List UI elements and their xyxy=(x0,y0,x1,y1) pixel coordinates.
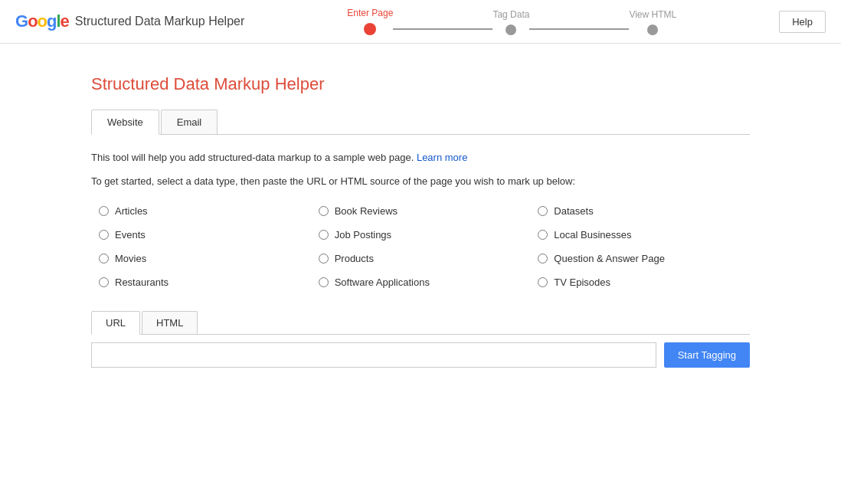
data-type-tv-episodes[interactable]: TV Episodes xyxy=(538,277,750,288)
learn-more-link[interactable]: Learn more xyxy=(417,152,467,163)
data-types-grid: Articles Book Reviews Datasets Events Jo… xyxy=(99,205,750,288)
radio-restaurants[interactable] xyxy=(99,277,109,287)
data-type-software-applications[interactable]: Software Applications xyxy=(319,277,531,288)
description-2: To get started, select a data type, then… xyxy=(91,174,750,190)
app-title: Structured Data Markup Helper xyxy=(75,15,244,28)
tab-email[interactable]: Email xyxy=(161,110,218,134)
progress-bar: Enter Page Tag Data View HTML xyxy=(347,8,676,35)
progress-connector-2 xyxy=(529,28,629,30)
page-heading: Structured Data Markup Helper xyxy=(91,74,750,94)
label-book-reviews: Book Reviews xyxy=(335,205,398,217)
label-movies: Movies xyxy=(115,253,146,264)
radio-local-businesses[interactable] xyxy=(538,230,548,240)
progress-connector-1 xyxy=(393,28,492,30)
radio-question-answer-page[interactable] xyxy=(538,254,548,263)
data-type-articles[interactable]: Articles xyxy=(99,205,311,217)
data-type-products[interactable]: Products xyxy=(319,253,531,264)
description-1: This tool will help you add structured-d… xyxy=(91,150,750,166)
radio-book-reviews[interactable] xyxy=(319,206,329,216)
label-articles: Articles xyxy=(115,205,148,217)
radio-job-postings[interactable] xyxy=(319,230,329,240)
label-tv-episodes: TV Episodes xyxy=(554,277,610,288)
step-tag-data-label: Tag Data xyxy=(492,9,529,20)
input-tab-bar: URL HTML xyxy=(91,311,750,335)
data-type-book-reviews[interactable]: Book Reviews xyxy=(319,205,531,217)
data-type-datasets[interactable]: Datasets xyxy=(538,205,750,217)
progress-steps: Enter Page Tag Data View HTML xyxy=(347,8,676,35)
help-button[interactable]: Help xyxy=(779,11,826,33)
data-type-events[interactable]: Events xyxy=(99,229,311,241)
radio-movies[interactable] xyxy=(99,254,109,263)
input-tab-html[interactable]: HTML xyxy=(142,311,198,334)
data-type-question-answer-page[interactable]: Question & Answer Page xyxy=(538,253,750,264)
label-events: Events xyxy=(115,229,146,241)
label-restaurants: Restaurants xyxy=(115,277,169,288)
url-input[interactable] xyxy=(91,342,656,368)
input-tab-url[interactable]: URL xyxy=(91,311,140,335)
data-type-local-businesses[interactable]: Local Businesses xyxy=(538,229,750,241)
step-tag-data: Tag Data xyxy=(492,9,529,35)
radio-articles[interactable] xyxy=(99,206,109,216)
header: Google Structured Data Markup Helper Ent… xyxy=(0,0,841,44)
step-view-html-label: View HTML xyxy=(629,9,676,20)
radio-products[interactable] xyxy=(319,254,329,263)
data-type-job-postings[interactable]: Job Postings xyxy=(319,229,531,241)
google-logo: Google xyxy=(15,11,69,31)
radio-datasets[interactable] xyxy=(538,206,548,216)
radio-software-applications[interactable] xyxy=(319,277,329,287)
label-job-postings: Job Postings xyxy=(335,229,391,241)
label-local-businesses: Local Businesses xyxy=(554,229,631,241)
label-question-answer-page: Question & Answer Page xyxy=(554,253,665,264)
radio-tv-episodes[interactable] xyxy=(538,277,548,287)
main-content: Structured Data Markup Helper Website Em… xyxy=(76,44,765,383)
start-tagging-button[interactable]: Start Tagging xyxy=(664,342,750,368)
step-view-html: View HTML xyxy=(629,9,676,35)
header-left: Google Structured Data Markup Helper xyxy=(15,11,244,31)
tab-bar: Website Email xyxy=(91,110,750,135)
tab-website[interactable]: Website xyxy=(91,110,159,135)
label-software-applications: Software Applications xyxy=(335,277,430,288)
step-tag-data-dot xyxy=(506,25,516,35)
data-type-movies[interactable]: Movies xyxy=(99,253,311,264)
step-enter-page: Enter Page xyxy=(347,8,393,35)
label-datasets: Datasets xyxy=(554,205,593,217)
step-enter-page-dot xyxy=(364,23,376,35)
step-view-html-dot xyxy=(647,25,658,35)
data-type-restaurants[interactable]: Restaurants xyxy=(99,277,311,288)
radio-events[interactable] xyxy=(99,230,109,240)
input-row: Start Tagging xyxy=(91,342,750,368)
step-enter-page-label: Enter Page xyxy=(347,8,393,18)
label-products: Products xyxy=(335,253,374,264)
